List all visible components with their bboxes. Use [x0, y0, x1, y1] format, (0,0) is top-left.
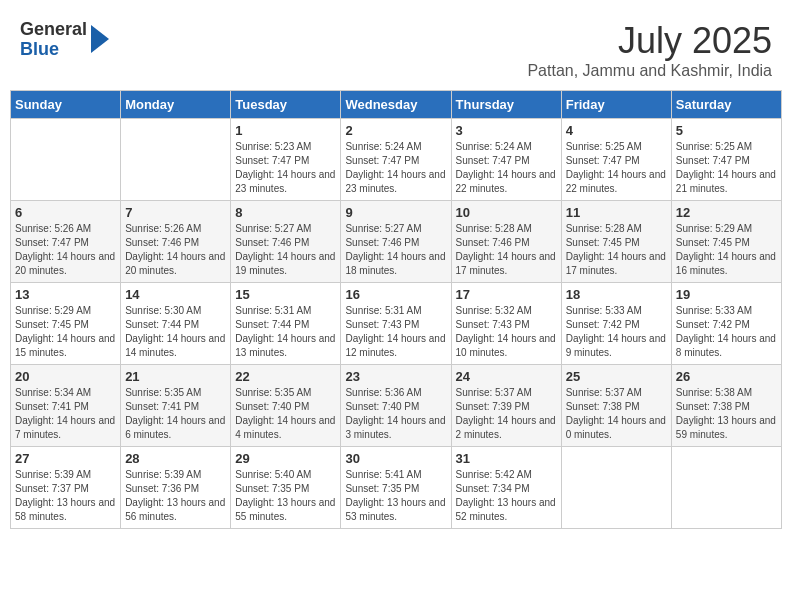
day-info: Sunrise: 5:24 AM Sunset: 7:47 PM Dayligh…	[456, 140, 557, 196]
calendar-cell: 27Sunrise: 5:39 AM Sunset: 7:37 PM Dayli…	[11, 447, 121, 529]
day-info: Sunrise: 5:26 AM Sunset: 7:47 PM Dayligh…	[15, 222, 116, 278]
day-number: 19	[676, 287, 777, 302]
day-of-week-header: Sunday	[11, 91, 121, 119]
calendar-cell: 17Sunrise: 5:32 AM Sunset: 7:43 PM Dayli…	[451, 283, 561, 365]
day-number: 26	[676, 369, 777, 384]
day-number: 23	[345, 369, 446, 384]
day-info: Sunrise: 5:37 AM Sunset: 7:39 PM Dayligh…	[456, 386, 557, 442]
day-number: 14	[125, 287, 226, 302]
day-number: 12	[676, 205, 777, 220]
day-info: Sunrise: 5:34 AM Sunset: 7:41 PM Dayligh…	[15, 386, 116, 442]
day-info: Sunrise: 5:35 AM Sunset: 7:40 PM Dayligh…	[235, 386, 336, 442]
day-info: Sunrise: 5:39 AM Sunset: 7:36 PM Dayligh…	[125, 468, 226, 524]
day-number: 4	[566, 123, 667, 138]
day-info: Sunrise: 5:24 AM Sunset: 7:47 PM Dayligh…	[345, 140, 446, 196]
title-block: July 2025 Pattan, Jammu and Kashmir, Ind…	[527, 20, 772, 80]
day-number: 2	[345, 123, 446, 138]
day-number: 5	[676, 123, 777, 138]
calendar-week-row: 1Sunrise: 5:23 AM Sunset: 7:47 PM Daylig…	[11, 119, 782, 201]
day-info: Sunrise: 5:31 AM Sunset: 7:44 PM Dayligh…	[235, 304, 336, 360]
calendar-cell: 22Sunrise: 5:35 AM Sunset: 7:40 PM Dayli…	[231, 365, 341, 447]
day-info: Sunrise: 5:40 AM Sunset: 7:35 PM Dayligh…	[235, 468, 336, 524]
calendar-cell	[121, 119, 231, 201]
day-number: 11	[566, 205, 667, 220]
day-info: Sunrise: 5:25 AM Sunset: 7:47 PM Dayligh…	[676, 140, 777, 196]
day-number: 13	[15, 287, 116, 302]
calendar-cell: 19Sunrise: 5:33 AM Sunset: 7:42 PM Dayli…	[671, 283, 781, 365]
calendar-cell: 30Sunrise: 5:41 AM Sunset: 7:35 PM Dayli…	[341, 447, 451, 529]
day-number: 3	[456, 123, 557, 138]
calendar-cell: 28Sunrise: 5:39 AM Sunset: 7:36 PM Dayli…	[121, 447, 231, 529]
calendar-cell: 23Sunrise: 5:36 AM Sunset: 7:40 PM Dayli…	[341, 365, 451, 447]
calendar-cell: 5Sunrise: 5:25 AM Sunset: 7:47 PM Daylig…	[671, 119, 781, 201]
day-number: 24	[456, 369, 557, 384]
calendar-cell: 9Sunrise: 5:27 AM Sunset: 7:46 PM Daylig…	[341, 201, 451, 283]
day-of-week-header: Saturday	[671, 91, 781, 119]
day-info: Sunrise: 5:33 AM Sunset: 7:42 PM Dayligh…	[676, 304, 777, 360]
day-info: Sunrise: 5:32 AM Sunset: 7:43 PM Dayligh…	[456, 304, 557, 360]
day-number: 29	[235, 451, 336, 466]
day-info: Sunrise: 5:39 AM Sunset: 7:37 PM Dayligh…	[15, 468, 116, 524]
day-info: Sunrise: 5:28 AM Sunset: 7:45 PM Dayligh…	[566, 222, 667, 278]
calendar-week-row: 6Sunrise: 5:26 AM Sunset: 7:47 PM Daylig…	[11, 201, 782, 283]
day-of-week-header: Monday	[121, 91, 231, 119]
logo-arrow-icon	[91, 25, 109, 53]
calendar-cell: 11Sunrise: 5:28 AM Sunset: 7:45 PM Dayli…	[561, 201, 671, 283]
month-year: July 2025	[527, 20, 772, 62]
calendar-cell: 1Sunrise: 5:23 AM Sunset: 7:47 PM Daylig…	[231, 119, 341, 201]
day-number: 9	[345, 205, 446, 220]
calendar-cell: 16Sunrise: 5:31 AM Sunset: 7:43 PM Dayli…	[341, 283, 451, 365]
day-info: Sunrise: 5:23 AM Sunset: 7:47 PM Dayligh…	[235, 140, 336, 196]
calendar-cell: 24Sunrise: 5:37 AM Sunset: 7:39 PM Dayli…	[451, 365, 561, 447]
day-info: Sunrise: 5:31 AM Sunset: 7:43 PM Dayligh…	[345, 304, 446, 360]
calendar-cell: 7Sunrise: 5:26 AM Sunset: 7:46 PM Daylig…	[121, 201, 231, 283]
day-number: 6	[15, 205, 116, 220]
calendar-week-row: 20Sunrise: 5:34 AM Sunset: 7:41 PM Dayli…	[11, 365, 782, 447]
day-of-week-header: Wednesday	[341, 91, 451, 119]
calendar-header-row: SundayMondayTuesdayWednesdayThursdayFrid…	[11, 91, 782, 119]
day-number: 20	[15, 369, 116, 384]
day-number: 18	[566, 287, 667, 302]
calendar-cell: 13Sunrise: 5:29 AM Sunset: 7:45 PM Dayli…	[11, 283, 121, 365]
logo-general: General	[20, 20, 87, 40]
day-of-week-header: Tuesday	[231, 91, 341, 119]
logo-text: General Blue	[20, 20, 87, 60]
day-number: 1	[235, 123, 336, 138]
day-number: 31	[456, 451, 557, 466]
calendar-week-row: 27Sunrise: 5:39 AM Sunset: 7:37 PM Dayli…	[11, 447, 782, 529]
day-number: 8	[235, 205, 336, 220]
day-info: Sunrise: 5:41 AM Sunset: 7:35 PM Dayligh…	[345, 468, 446, 524]
day-of-week-header: Thursday	[451, 91, 561, 119]
day-info: Sunrise: 5:33 AM Sunset: 7:42 PM Dayligh…	[566, 304, 667, 360]
calendar-cell	[11, 119, 121, 201]
day-number: 28	[125, 451, 226, 466]
day-info: Sunrise: 5:35 AM Sunset: 7:41 PM Dayligh…	[125, 386, 226, 442]
day-info: Sunrise: 5:29 AM Sunset: 7:45 PM Dayligh…	[676, 222, 777, 278]
calendar-cell: 25Sunrise: 5:37 AM Sunset: 7:38 PM Dayli…	[561, 365, 671, 447]
calendar-cell: 15Sunrise: 5:31 AM Sunset: 7:44 PM Dayli…	[231, 283, 341, 365]
calendar-cell: 18Sunrise: 5:33 AM Sunset: 7:42 PM Dayli…	[561, 283, 671, 365]
day-info: Sunrise: 5:36 AM Sunset: 7:40 PM Dayligh…	[345, 386, 446, 442]
calendar-cell: 10Sunrise: 5:28 AM Sunset: 7:46 PM Dayli…	[451, 201, 561, 283]
calendar-cell: 2Sunrise: 5:24 AM Sunset: 7:47 PM Daylig…	[341, 119, 451, 201]
day-number: 15	[235, 287, 336, 302]
calendar-week-row: 13Sunrise: 5:29 AM Sunset: 7:45 PM Dayli…	[11, 283, 782, 365]
day-info: Sunrise: 5:42 AM Sunset: 7:34 PM Dayligh…	[456, 468, 557, 524]
calendar-cell: 26Sunrise: 5:38 AM Sunset: 7:38 PM Dayli…	[671, 365, 781, 447]
calendar-cell: 8Sunrise: 5:27 AM Sunset: 7:46 PM Daylig…	[231, 201, 341, 283]
calendar-cell: 14Sunrise: 5:30 AM Sunset: 7:44 PM Dayli…	[121, 283, 231, 365]
day-info: Sunrise: 5:29 AM Sunset: 7:45 PM Dayligh…	[15, 304, 116, 360]
day-info: Sunrise: 5:37 AM Sunset: 7:38 PM Dayligh…	[566, 386, 667, 442]
day-number: 22	[235, 369, 336, 384]
calendar-cell: 4Sunrise: 5:25 AM Sunset: 7:47 PM Daylig…	[561, 119, 671, 201]
day-number: 10	[456, 205, 557, 220]
day-number: 25	[566, 369, 667, 384]
day-number: 27	[15, 451, 116, 466]
calendar-table: SundayMondayTuesdayWednesdayThursdayFrid…	[10, 90, 782, 529]
day-info: Sunrise: 5:30 AM Sunset: 7:44 PM Dayligh…	[125, 304, 226, 360]
day-number: 16	[345, 287, 446, 302]
day-info: Sunrise: 5:38 AM Sunset: 7:38 PM Dayligh…	[676, 386, 777, 442]
day-info: Sunrise: 5:26 AM Sunset: 7:46 PM Dayligh…	[125, 222, 226, 278]
calendar-cell: 3Sunrise: 5:24 AM Sunset: 7:47 PM Daylig…	[451, 119, 561, 201]
calendar-cell: 12Sunrise: 5:29 AM Sunset: 7:45 PM Dayli…	[671, 201, 781, 283]
